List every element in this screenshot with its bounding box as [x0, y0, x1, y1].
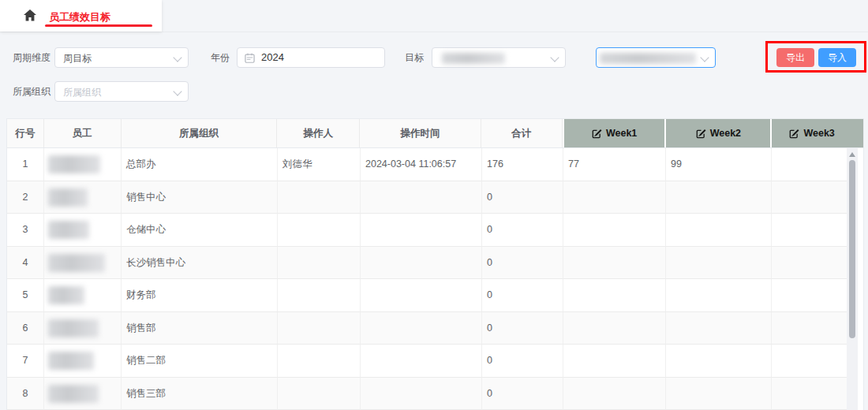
- cell-week2[interactable]: 99: [666, 148, 772, 181]
- header-scrollbar-gutter: [852, 119, 863, 147]
- cell-week1[interactable]: [563, 214, 666, 247]
- cell-week3[interactable]: [772, 312, 854, 345]
- calendar-icon: [245, 53, 255, 63]
- cell-week1[interactable]: [563, 181, 666, 214]
- column-header-label: Week2: [710, 128, 741, 139]
- cell-op_time: 2024-03-04 11:06:57: [361, 148, 482, 181]
- cell-op_time: [361, 312, 482, 345]
- censored-employee-name: [48, 221, 89, 239]
- table-row: 6销售部0: [7, 312, 863, 345]
- table-row: 4长沙销售中心0: [7, 247, 863, 280]
- cell-op_time: [361, 214, 482, 247]
- cell-week3[interactable]: [772, 279, 854, 312]
- censored-employee-name: [48, 352, 94, 370]
- scroll-up-arrow-icon[interactable]: [849, 152, 855, 157]
- table-row: 1总部办刘德华2024-03-04 11:06:571767799: [7, 148, 863, 181]
- cell-week1[interactable]: [563, 279, 666, 312]
- period-dimension-value: 周目标: [63, 53, 92, 64]
- table-row: 3仓储中心0: [7, 214, 863, 247]
- table-row: 7销售二部0: [7, 345, 863, 378]
- censored-employee-name: [48, 188, 88, 207]
- target-select[interactable]: [432, 47, 566, 68]
- cell-week3[interactable]: [772, 247, 854, 280]
- column-header-8-editable[interactable]: Week3: [770, 119, 852, 147]
- cell-week2[interactable]: [666, 378, 772, 410]
- column-header-1: 员工: [44, 119, 122, 147]
- column-header-3: 操作人: [277, 119, 360, 147]
- cell-operator: [278, 345, 361, 378]
- vertical-scrollbar[interactable]: [847, 148, 858, 410]
- cell-operator: [278, 247, 361, 280]
- cell-week2[interactable]: [666, 312, 772, 345]
- cell-week3[interactable]: [772, 378, 854, 410]
- column-header-4: 操作时间: [360, 119, 481, 147]
- tab-close-icon[interactable]: ✕: [101, 10, 109, 21]
- table-row: 5财务部0: [7, 279, 863, 312]
- censored-employee-name: [48, 254, 105, 272]
- cell-week3[interactable]: [772, 181, 854, 214]
- table-body: 1总部办刘德华2024-03-04 11:06:5717677992销售中心03…: [7, 148, 863, 410]
- cell-total: 0: [482, 378, 563, 410]
- cell-week2[interactable]: [666, 247, 772, 280]
- cell-week1[interactable]: [563, 345, 666, 378]
- cell-org: 总部办: [122, 148, 278, 181]
- cell-total: 0: [482, 181, 563, 214]
- cell-week1[interactable]: [563, 312, 666, 345]
- cell-op_time: [361, 345, 482, 378]
- cell-total: 0: [482, 312, 563, 345]
- export-button[interactable]: 导出: [776, 48, 814, 67]
- cell-week3[interactable]: [772, 345, 854, 378]
- active-tab[interactable]: 员工绩效目标 ✕: [0, 0, 162, 32]
- column-header-0: 行号: [7, 119, 44, 147]
- cell-operator: [278, 181, 361, 214]
- cell-week1[interactable]: [563, 378, 666, 410]
- cell-employee: [44, 214, 122, 247]
- cell-row_no: 2: [7, 181, 44, 214]
- app-window: 员工绩效目标 ✕ 周期维度 周目标 年份 2024 目标 所属组织 所属组织: [0, 0, 868, 410]
- censored-employee-name: [48, 155, 100, 173]
- cell-row_no: 8: [7, 378, 44, 410]
- column-header-label: 所属组织: [179, 127, 219, 140]
- org-placeholder: 所属组织: [63, 87, 101, 98]
- cell-total: 0: [482, 345, 563, 378]
- year-input[interactable]: 2024: [237, 47, 385, 68]
- cell-operator: [278, 279, 361, 312]
- censored-employee-name: [48, 286, 84, 304]
- scrollbar-thumb[interactable]: [849, 160, 855, 338]
- column-header-label: Week3: [803, 128, 834, 139]
- home-icon[interactable]: [24, 9, 36, 21]
- cell-row_no: 4: [7, 247, 44, 280]
- table-row: 8销售三部0: [7, 378, 863, 410]
- cell-week2[interactable]: [666, 214, 772, 247]
- column-header-7-editable[interactable]: Week2: [664, 119, 770, 147]
- cell-org: 仓储中心: [122, 214, 278, 247]
- cell-week2[interactable]: [666, 279, 772, 312]
- period-dimension-select[interactable]: 周目标: [54, 47, 189, 68]
- cell-week1[interactable]: 77: [563, 148, 666, 181]
- org-select[interactable]: 所属组织: [54, 81, 189, 102]
- import-button[interactable]: 导入: [818, 48, 856, 67]
- cell-week3[interactable]: [772, 148, 854, 181]
- cell-employee: [44, 279, 122, 312]
- edit-icon: [789, 129, 799, 139]
- year-value: 2024: [261, 52, 284, 63]
- cell-org: 长沙销售中心: [122, 247, 278, 280]
- cell-week2[interactable]: [666, 181, 772, 214]
- cell-week3[interactable]: [772, 214, 854, 247]
- column-header-label: 合计: [511, 127, 531, 140]
- column-header-label: Week1: [606, 128, 637, 139]
- cell-employee: [44, 181, 122, 214]
- column-header-6-editable[interactable]: Week1: [563, 119, 665, 147]
- performance-table: 行号员工所属组织操作人操作时间合计 Week1 Week2 Week3 1总部办…: [6, 118, 864, 410]
- cell-employee: [44, 345, 122, 378]
- cell-week2[interactable]: [666, 345, 772, 378]
- cell-total: 176: [482, 148, 563, 181]
- cell-total: 0: [482, 279, 563, 312]
- cell-row_no: 3: [7, 214, 44, 247]
- cell-row_no: 7: [7, 345, 44, 378]
- cell-week1[interactable]: [563, 247, 666, 280]
- employee-select-focused[interactable]: [596, 47, 716, 68]
- table-header-row: 行号员工所属组织操作人操作时间合计 Week1 Week2 Week3: [7, 119, 863, 148]
- table-row: 2销售中心0: [7, 181, 863, 214]
- cell-row_no: 5: [7, 279, 44, 312]
